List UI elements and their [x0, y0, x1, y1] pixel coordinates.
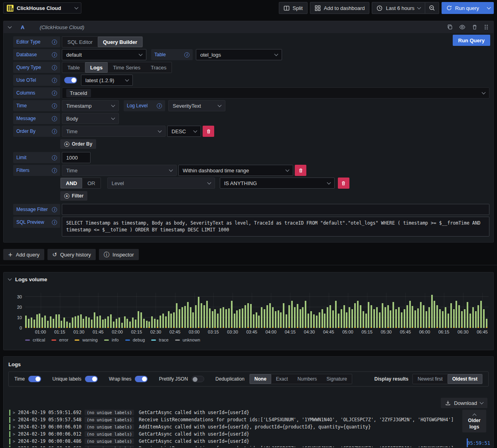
info-icon[interactable]: i [52, 52, 57, 57]
volume-bar[interactable] [428, 307, 430, 328]
volume-bar[interactable] [461, 311, 463, 328]
info-icon[interactable]: i [52, 207, 57, 212]
info-icon[interactable]: i [52, 168, 57, 173]
order-by-direction-select[interactable]: DESC [167, 126, 201, 137]
volume-bar[interactable] [258, 316, 260, 328]
filter2-operator-select[interactable]: IS ANYTHING [220, 178, 335, 189]
volume-bar[interactable] [426, 311, 427, 328]
volume-bar[interactable] [39, 314, 40, 328]
volume-bar[interactable] [286, 314, 287, 328]
info-icon[interactable]: i [52, 65, 57, 70]
legend-item-debug[interactable]: debug [125, 337, 145, 342]
volume-bar[interactable] [253, 314, 254, 328]
volume-bar[interactable] [151, 316, 153, 328]
volume-bar[interactable] [346, 312, 347, 328]
volume-bar[interactable] [63, 318, 65, 328]
volume-bar[interactable] [324, 314, 325, 328]
volume-bar[interactable] [50, 316, 51, 328]
wrap-lines-toggle[interactable] [135, 376, 148, 382]
expand-caret-icon[interactable]: > [13, 425, 15, 429]
volume-bar[interactable] [385, 307, 386, 328]
volume-bar[interactable] [206, 301, 208, 328]
volume-bar[interactable] [483, 309, 485, 328]
legend-item-error[interactable]: error [51, 337, 68, 342]
volume-bar[interactable] [85, 316, 87, 328]
volume-bar[interactable] [398, 307, 400, 328]
volume-bar[interactable] [387, 305, 389, 328]
display-newest-first[interactable]: Newest first [413, 374, 448, 384]
volume-bar[interactable] [448, 314, 449, 328]
volume-bar[interactable] [69, 323, 71, 328]
limit-input[interactable]: 1000 [62, 152, 91, 163]
volume-bar[interactable] [467, 302, 468, 328]
volume-bar[interactable] [231, 301, 233, 328]
volume-bar[interactable] [475, 311, 477, 328]
add-filter-button[interactable]: + Filter [60, 191, 87, 201]
filter-bool-and[interactable]: AND [61, 178, 82, 188]
volume-bar[interactable] [354, 303, 356, 328]
volume-bar[interactable] [351, 309, 353, 328]
legend-item-info[interactable]: info [104, 337, 119, 342]
volume-bar[interactable] [472, 307, 474, 328]
volume-bar[interactable] [371, 305, 372, 328]
filter2-field-select[interactable]: Level [107, 178, 215, 189]
expand-caret-icon[interactable]: > [13, 446, 15, 448]
volume-bar[interactable] [453, 309, 455, 328]
volume-bar[interactable] [442, 311, 444, 328]
volume-bar[interactable] [349, 307, 350, 328]
legend-item-critical[interactable]: critical [25, 337, 45, 342]
time-column-select[interactable]: Timestamp [62, 100, 119, 111]
display-oldest-first[interactable]: Oldest first [448, 374, 482, 384]
volume-bar[interactable] [77, 316, 79, 328]
volume-bar[interactable] [242, 308, 243, 328]
volume-bar[interactable] [392, 302, 394, 328]
query-header[interactable]: A (ClickHouse Cloud) [4, 21, 493, 33]
volume-bar[interactable] [34, 320, 35, 328]
info-icon[interactable]: i [52, 91, 57, 96]
volume-bar[interactable] [143, 319, 145, 328]
volume-bar[interactable] [247, 303, 249, 328]
volume-bar[interactable] [176, 303, 178, 328]
volume-bar[interactable] [217, 314, 219, 328]
volume-bar[interactable] [102, 320, 104, 328]
inspector-button[interactable]: ⓘ Inspector [99, 249, 138, 260]
volume-bar[interactable] [300, 309, 301, 328]
volume-bar[interactable] [250, 304, 252, 328]
query-type-option-traces[interactable]: Traces [146, 62, 172, 73]
prettify-json-toggle[interactable] [191, 376, 204, 382]
volume-bar[interactable] [404, 309, 405, 328]
volume-bar[interactable] [148, 322, 150, 328]
unique-labels-toggle[interactable] [85, 376, 98, 382]
filter-bool-or[interactable]: OR [82, 178, 101, 188]
volume-bar[interactable] [25, 316, 27, 328]
volume-bar[interactable] [97, 316, 98, 328]
duplicate-icon[interactable] [447, 24, 453, 30]
volume-bar[interactable] [368, 302, 369, 328]
volume-bar[interactable] [458, 305, 460, 328]
volume-bar[interactable] [44, 316, 46, 328]
volume-bar[interactable] [91, 320, 93, 328]
volume-bar[interactable] [99, 316, 101, 328]
volume-bar[interactable] [269, 303, 271, 328]
volume-bar[interactable] [94, 312, 95, 328]
info-icon[interactable]: i [52, 129, 57, 134]
dedup-option-signature[interactable]: Signature [322, 374, 352, 384]
volume-bar[interactable] [291, 301, 293, 328]
legend-item-unknown[interactable]: unknown [175, 337, 200, 342]
volume-bar[interactable] [118, 318, 120, 328]
volume-bar[interactable] [168, 311, 170, 328]
volume-bar[interactable] [434, 301, 435, 328]
log-row[interactable]: >2024-02-19 05:59:57.548(no unique label… [9, 416, 488, 423]
volume-bar[interactable] [288, 305, 290, 328]
info-icon[interactable]: i [52, 103, 57, 109]
volume-bar[interactable] [135, 320, 136, 328]
remove-order-by-button[interactable] [203, 126, 214, 137]
volume-bar[interactable] [464, 309, 465, 328]
info-icon[interactable]: i [52, 39, 57, 45]
volume-bar[interactable] [126, 319, 128, 328]
volume-bar[interactable] [294, 307, 296, 328]
volume-bar[interactable] [319, 312, 320, 328]
volume-bar[interactable] [195, 305, 197, 328]
volume-bar[interactable] [376, 307, 378, 328]
info-icon[interactable]: i [157, 103, 162, 109]
